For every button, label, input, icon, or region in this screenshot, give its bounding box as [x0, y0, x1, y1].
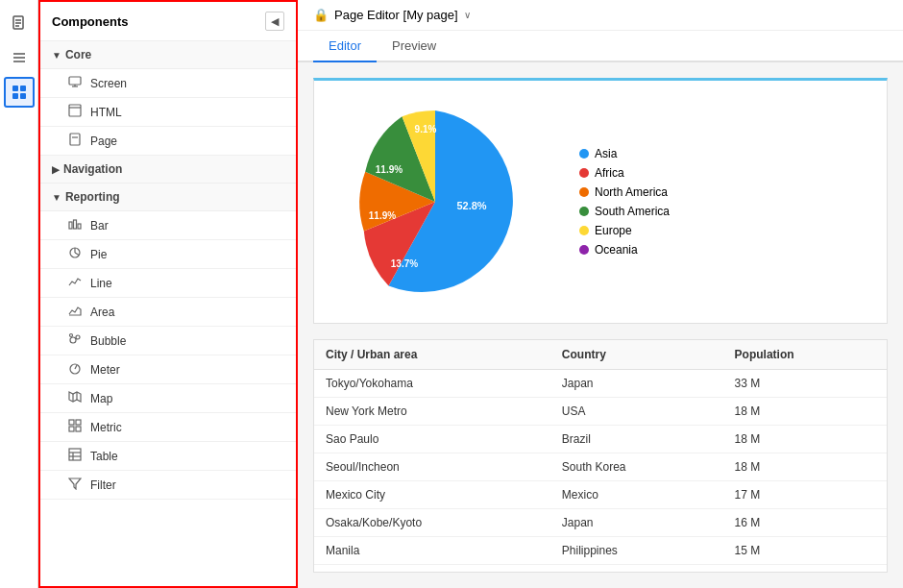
svg-line-23: [75, 253, 79, 256]
table-row: MumbaiIndia14 M: [314, 565, 887, 574]
svg-text:13.7%: 13.7%: [391, 258, 418, 269]
reporting-label: Reporting: [65, 190, 120, 204]
data-table: City / Urban area Country Population Tok…: [314, 340, 887, 573]
pie-label: Pie: [90, 248, 107, 261]
svg-point-24: [70, 337, 76, 343]
svg-rect-32: [69, 420, 74, 425]
svg-text:11.9%: 11.9%: [369, 210, 396, 221]
tab-preview[interactable]: Preview: [377, 31, 452, 62]
bar-label: Bar: [90, 219, 109, 233]
bar-item[interactable]: Bar: [40, 211, 296, 240]
components-panel: Components ◀ ▼ Core Screen HTML Page ▶ N…: [38, 0, 298, 588]
svg-rect-10: [20, 93, 26, 99]
page-item[interactable]: Page: [40, 127, 296, 156]
html-icon: [67, 104, 83, 120]
svg-marker-29: [69, 392, 81, 402]
table-icon: [67, 448, 83, 464]
bar-icon: [67, 217, 83, 233]
north-america-dot: [579, 187, 589, 197]
table-cell: Japan: [550, 370, 723, 398]
panel-title: Components: [52, 14, 128, 29]
svg-text:52.8%: 52.8%: [456, 200, 486, 211]
asia-dot: [579, 149, 589, 159]
page-editor-header: 🔒 Page Editor [My page] ∨: [298, 0, 903, 31]
legend-europe: Europe: [579, 224, 670, 237]
screen-label: Screen: [90, 77, 127, 90]
col-city: City / Urban area: [314, 340, 550, 370]
filter-icon: [67, 477, 83, 493]
table-cell: 18 M: [723, 426, 887, 453]
metric-label: Metric: [90, 421, 122, 434]
table-item[interactable]: Table: [40, 442, 296, 471]
south-america-dot: [579, 207, 589, 216]
table-row: New York MetroUSA18 M: [314, 398, 887, 426]
metric-item[interactable]: Metric: [40, 413, 296, 442]
svg-point-27: [70, 364, 80, 374]
table-cell: 16 M: [723, 509, 887, 537]
navigation-section-header[interactable]: ▶ Navigation: [40, 156, 296, 184]
table-cell: Japan: [550, 509, 723, 537]
bubble-icon: [67, 332, 83, 349]
svg-rect-11: [69, 77, 81, 85]
svg-text:9.1%: 9.1%: [415, 124, 437, 135]
col-country: Country: [550, 340, 723, 370]
table-cell: 18 M: [723, 453, 887, 481]
africa-dot: [579, 168, 589, 178]
pie-chart: 52.8% 13.7% 11.9% 11.9% 9.1%: [329, 96, 541, 307]
pie-item[interactable]: Pie: [40, 240, 296, 269]
core-section-header[interactable]: ▼ Core: [40, 41, 296, 69]
svg-rect-18: [69, 222, 72, 229]
table-label: Table: [90, 450, 118, 463]
table-cell: 15 M: [723, 537, 887, 565]
table-cell: Mexico City: [314, 481, 550, 509]
table-row: Mexico CityMexico17 M: [314, 481, 887, 509]
tab-editor[interactable]: Editor: [313, 31, 377, 62]
africa-label: Africa: [595, 166, 624, 180]
table-cell: Philippines: [550, 537, 723, 565]
table-cell: Tokyo/Yokohama: [314, 370, 550, 398]
svg-rect-35: [76, 427, 81, 431]
panel-collapse-button[interactable]: ◀: [265, 12, 284, 31]
screen-item[interactable]: Screen: [40, 69, 296, 98]
components-icon-btn[interactable]: [4, 77, 35, 108]
table-cell: USA: [550, 398, 723, 426]
html-item[interactable]: HTML: [40, 98, 296, 127]
svg-rect-16: [70, 134, 80, 145]
line-item[interactable]: Line: [40, 269, 296, 298]
page-title-dropdown[interactable]: ∨: [464, 10, 471, 20]
navigation-label: Navigation: [63, 162, 122, 176]
table-cell: Seoul/Incheon: [314, 453, 550, 481]
area-item[interactable]: Area: [40, 298, 296, 327]
europe-dot: [579, 226, 589, 235]
svg-rect-33: [76, 420, 81, 425]
table-cell: Osaka/Kobe/Kyoto: [314, 509, 550, 537]
svg-rect-7: [12, 86, 18, 91]
legend-north-america: North America: [579, 185, 670, 199]
table-cell: 33 M: [723, 370, 887, 398]
reporting-arrow: ▼: [52, 192, 61, 203]
pie-icon: [67, 246, 83, 262]
svg-rect-9: [12, 93, 18, 99]
asia-label: Asia: [595, 147, 617, 160]
table-row: Seoul/IncheonSouth Korea18 M: [314, 453, 887, 481]
svg-text:11.9%: 11.9%: [376, 164, 403, 175]
table-cell: New York Metro: [314, 398, 550, 426]
screen-icon: [67, 75, 83, 91]
reporting-section-header[interactable]: ▼ Reporting: [40, 184, 296, 211]
lines-icon-btn[interactable]: [4, 42, 35, 73]
filter-item[interactable]: Filter: [40, 471, 296, 500]
chart-legend: Asia Africa North America South America …: [579, 147, 670, 257]
bubble-item[interactable]: Bubble: [40, 327, 296, 355]
north-america-label: North America: [595, 185, 668, 199]
meter-item[interactable]: Meter: [40, 355, 296, 384]
oceania-label: Oceania: [595, 243, 638, 257]
page-label: Page: [90, 135, 117, 148]
legend-asia: Asia: [579, 147, 670, 160]
table-row: ManilaPhilippines15 M: [314, 537, 887, 565]
html-label: HTML: [90, 106, 122, 119]
svg-rect-8: [20, 86, 26, 91]
file-icon-btn[interactable]: [4, 8, 35, 38]
map-item[interactable]: Map: [40, 384, 296, 413]
meter-icon: [67, 361, 83, 378]
table-cell: South Korea: [550, 453, 723, 481]
